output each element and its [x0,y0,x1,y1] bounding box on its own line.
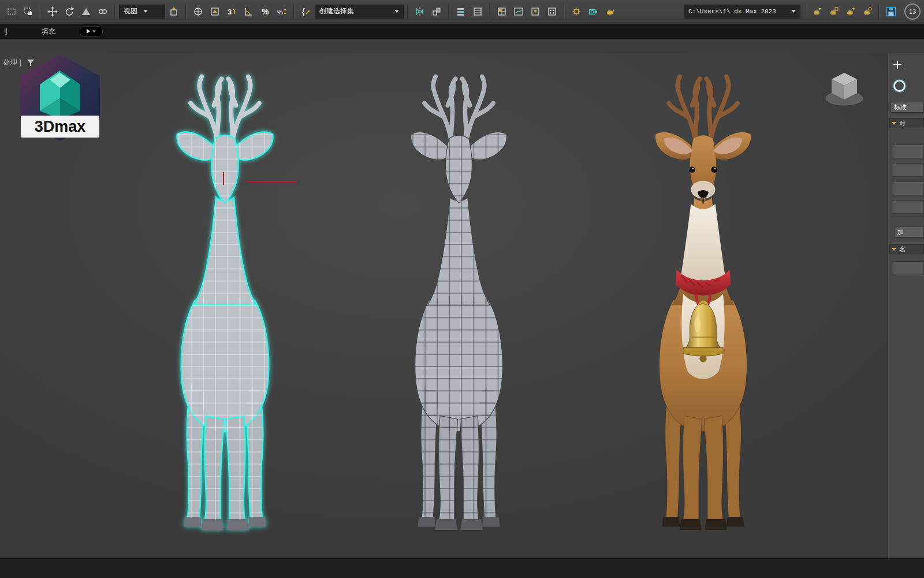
window-up-icon[interactable] [207,3,223,20]
rollout-object-type[interactable]: 对 [889,118,924,128]
reference-coordinate-value: 视图 [124,6,137,16]
toolbar-separator [114,4,116,19]
angle-snap-icon[interactable] [240,3,256,20]
reference-coordinate-dropdown[interactable]: 视图 [119,5,165,18]
snap-toggle-3d-icon[interactable]: 3 [223,3,240,20]
percent-snap-label: % [262,7,269,16]
chevron-down-icon [143,10,148,13]
crosshair-icon[interactable] [190,3,206,20]
render-frame-down-icon[interactable] [527,3,543,20]
scene-explorer-icon[interactable] [470,3,486,20]
chevron-down-icon [892,122,896,125]
rollout-name-color[interactable]: 名 [889,244,924,254]
render-frame-window-icon[interactable] [585,3,601,20]
layer-manager-icon[interactable] [453,3,469,20]
panel-button-stub[interactable] [893,181,924,195]
render-flyout-3-icon[interactable] [842,3,858,20]
selection-set-dropdown[interactable]: 创建选择集 [315,5,404,18]
toolbar-spacer-band [0,39,924,54]
render-flyout-2-icon[interactable] [825,3,841,20]
render-teapot-icon[interactable] [602,3,618,20]
chevron-down-icon [791,10,796,13]
rotate-icon[interactable] [61,3,77,20]
align-icon[interactable] [429,3,445,20]
spinner-snap-label: % [277,9,283,16]
select-object-icon[interactable] [20,3,36,20]
select-region-icon[interactable] [3,3,20,20]
gizmo-x-axis[interactable] [245,181,297,182]
toolbar-separator [448,4,449,19]
ribbon-clipped-label: 刂 [1,27,8,36]
add-button[interactable]: 加 [894,227,924,238]
toolbar-separator [40,4,41,19]
toolbar-separator [185,4,187,19]
chevron-down-icon [92,30,95,32]
move-icon[interactable] [44,3,61,20]
standard-button[interactable]: 标准 [891,102,924,113]
mirror-icon[interactable] [412,3,428,20]
panel-button-stub[interactable] [893,144,924,158]
main-viewport[interactable]: 处理 ] 3Dmax [0,53,888,558]
plus-icon[interactable] [893,60,902,69]
render-setup-gear-icon[interactable] [568,3,584,20]
deer-model-wireframe[interactable] [370,55,547,543]
toolbar-separator [407,4,408,19]
3dmax-logo: 3Dmax [15,54,105,149]
logo-label: 3Dmax [21,116,99,138]
panel-button-stub[interactable] [893,261,924,275]
project-path-value: C:\Users\1\…ds Max 2023 [688,8,785,15]
rollout-object-label: 对 [899,119,906,128]
workspace-count-badge[interactable]: 13 [904,3,921,20]
scale-icon[interactable] [78,3,94,20]
project-path-field[interactable]: C:\Users\1\…ds Max 2023 [684,5,800,18]
render-presets-icon[interactable] [544,3,560,20]
brace-label: { [302,7,305,16]
selection-set-value: 创建选择集 [319,6,389,16]
select-link-icon[interactable] [95,3,111,20]
badge-count: 13 [909,8,916,15]
circle-icon[interactable] [893,80,906,92]
tab-fill[interactable]: 填充 [42,27,55,36]
render-flyout-4-icon[interactable] [859,3,875,20]
toolbar-separator [878,4,880,19]
use-pivot-icon[interactable] [166,3,182,20]
toolbar-separator [293,4,295,19]
panel-button-stub[interactable] [893,200,924,214]
toolbar-separator [564,4,565,19]
media-flyout-button[interactable] [80,26,103,37]
render-flyout-1-icon[interactable] [808,3,825,20]
percent-snap-icon[interactable]: % [257,3,273,20]
command-panel: 标准 对 加 名 [888,53,924,558]
play-icon [87,29,90,34]
toolbar-separator [489,4,490,19]
material-editor-icon[interactable] [494,3,510,20]
deer-model-textured[interactable] [614,55,792,543]
chevron-down-icon [892,248,896,251]
deer-model-wireframe-selected[interactable] [136,55,314,543]
edit-named-selection-icon[interactable]: { [298,3,314,20]
snap-3d-label: 3 [228,8,232,16]
gizmo-y-axis[interactable] [223,172,224,185]
ribbon-bar: 刂 填充 [0,24,924,39]
chevron-down-icon [394,10,399,13]
status-bar [0,558,924,578]
rollout-name-label: 名 [899,245,906,254]
panel-button-stub[interactable] [893,163,924,177]
spinner-snap-icon[interactable]: % [274,3,290,20]
toolbar-separator [804,4,805,19]
save-icon[interactable] [883,3,899,20]
view-cube-icon[interactable] [820,67,869,108]
curve-editor-icon[interactable] [511,3,527,20]
main-toolbar: 视图 3 % % { 创建选择集 C:\Users\1\…ds Max 2023… [0,0,924,23]
